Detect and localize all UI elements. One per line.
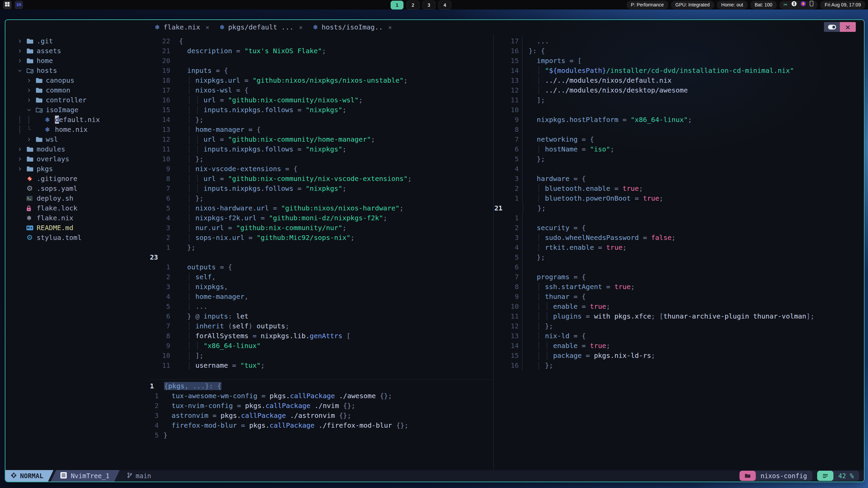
code-line[interactable]: 9 │ │ "x86_64-linux" [149,341,493,351]
code-line[interactable]: 1{pkgs, ...}: { [149,381,493,391]
code-line[interactable]: 13 │ ../../modules/nixos/default.nix [494,76,864,85]
code-line[interactable]: 7 networking = { [494,135,864,144]
tree-item-assets[interactable]: assets [5,46,149,56]
chevron-right-icon[interactable] [27,98,36,102]
code-line[interactable]: 5 │ ... [149,302,493,311]
code-line[interactable]: 23 [149,252,493,262]
tab-close-icon[interactable]: × [388,24,392,31]
chevron-right-icon[interactable] [18,147,26,151]
tree-item-common[interactable]: common [5,85,149,95]
code-line[interactable]: 7 │ │ inputs.nixpkgs.follows = "nixpkgs"… [149,184,493,194]
code-line[interactable]: 3 hardware = { [494,174,864,184]
tree-item-home[interactable]: home [5,56,149,66]
code-line[interactable]: 16}: { [494,46,864,56]
code-line[interactable]: 5 │ nixos-hardware.url = "github:nixos/n… [149,203,493,213]
code-line[interactable]: 8 │ ssh.startAgent = true; [494,282,864,292]
code-line[interactable]: 5} [149,430,493,440]
code-line[interactable]: 3 │ sudo.wheelNeedsPassword = false; [494,233,864,243]
code-line[interactable]: 2 │ sops-nix.url = "github:Mic92/sops-ni… [149,233,493,243]
code-line[interactable]: 8 [494,125,864,135]
workspace-button-4[interactable]: 4 [438,1,451,9]
code-line[interactable]: 6 │ }; [149,194,493,203]
code-line[interactable]: 10 │ ]; [149,351,493,361]
code-line[interactable]: 9 │ thunar = { [494,292,864,302]
tree-item-home-nix[interactable]: │└❄home.nix [5,125,149,135]
code-line[interactable]: 15 │ │ inputs.nixpkgs.follows = "nixpkgs… [149,105,493,115]
code-line[interactable]: 16 │ }; [494,361,864,370]
chevron-down-icon[interactable] [18,68,26,73]
tree-item-isoImage[interactable]: isoImage [5,105,149,115]
code-line[interactable]: 13 │ home-manager = { [149,125,493,135]
code-line[interactable]: 8 │ forAllSystems = nixpkgs.lib.genAttrs… [149,331,493,341]
tree-item--git[interactable]: .git [5,36,149,46]
tree-item--sops-yaml[interactable]: ⚙.sops.yaml [5,184,149,194]
code-line[interactable]: 7 programs = { [494,272,864,282]
chevron-right-icon[interactable] [18,59,26,63]
code-line[interactable]: 10 │ │ enable = true; [494,302,864,311]
tree-item--gitignore[interactable]: .gitignore [5,174,149,184]
system-tray[interactable]: ✂ [780,1,818,9]
code-line[interactable]: 6 │ hostName = "iso"; [494,144,864,154]
code-line[interactable]: 17 │ nixos-wsl = { [149,85,493,95]
tab-close-icon[interactable]: × [299,24,303,31]
tree-item-modules[interactable]: modules [5,144,149,154]
code-line[interactable]: 7 │ inherit (self) outputs; [149,321,493,331]
workspace-button-2[interactable]: 2 [407,1,419,9]
code-line[interactable]: 12 │ }; [494,321,864,331]
tree-item-README-md[interactable]: README.md [5,223,149,233]
code-line[interactable]: 5 }; [494,252,864,262]
tree-item-controller[interactable]: controller [5,95,149,105]
tree-item-deploy-sh[interactable]: deploy.sh [5,194,149,203]
tree-item-stylua-toml[interactable]: ⚙stylua.toml [5,233,149,243]
tree-item-hosts[interactable]: hosts [5,66,149,76]
code-line[interactable]: 15 │ │ package = pkgs.nix-ld-rs; [494,351,864,361]
tab-flake-nix[interactable]: ❄flake.nix× [155,23,209,31]
code-line[interactable]: 2 security = { [494,223,864,233]
tree-item-flake-nix[interactable]: ❄flake.nix [5,213,149,223]
chevron-right-icon[interactable] [18,39,26,43]
code-line[interactable]: 5 }; [494,154,864,164]
code-line[interactable]: 1 }; [149,243,493,252]
editor-pkgs-default-nix[interactable]: 1{pkgs, ...}: {1 tux-awesome-wm-config =… [149,380,493,470]
code-line[interactable]: 1 │ bluetooth.powerOnBoot = true; [494,194,864,203]
code-line[interactable]: 20 [149,56,493,66]
code-line[interactable]: 3 astronvim = pkgs.callPackage ./astronv… [149,411,493,421]
code-line[interactable]: 18 │ nixpkgs.url = "github:nixos/nixpkgs… [149,76,493,85]
code-line[interactable]: 6 [494,262,864,272]
tree-item-canopus[interactable]: canopus [5,76,149,85]
code-line[interactable]: 4 [494,164,864,174]
code-line[interactable]: 9 │ nix-vscode-extensions = { [149,164,493,174]
tree-item-default-nix[interactable]: ││❄default.nix [5,115,149,125]
code-line[interactable]: 11 │ username = "tux"; [149,361,493,370]
chevron-right-icon[interactable] [27,88,36,93]
code-line[interactable]: 11 ]; [494,95,864,105]
tree-item-flake-lock[interactable]: flake.lock [5,203,149,213]
toggle-button[interactable] [824,22,840,32]
chevron-right-icon[interactable] [18,49,26,53]
code-line[interactable]: 4 firefox-mod-blur = pkgs.callPackage ./… [149,421,493,430]
code-line[interactable]: 11 │ │ plugins = with pkgs.xfce; [thunar… [494,311,864,321]
apps-button[interactable] [3,1,12,9]
chevron-right-icon[interactable] [27,137,36,142]
code-line[interactable]: 21 description = "tux's NixOS Flake"; [149,46,493,56]
close-button[interactable]: × [840,22,856,32]
code-line[interactable]: 12 │ │ url = "github:nix-community/home-… [149,135,493,144]
code-line[interactable]: 10 [494,105,864,115]
shell-button[interactable]: $N [15,1,23,9]
code-line[interactable]: 14 │ │ enable = true; [494,341,864,351]
tab-pkgs-default-[interactable]: ❄pkgs/default ...× [219,23,302,31]
code-line[interactable]: 4 │ nixpkgs-f2k.url = "github:moni-dz/ni… [149,213,493,223]
code-line[interactable]: 6 } @ inputs: let [149,311,493,321]
code-line[interactable]: 17 ... [494,36,864,46]
code-line[interactable]: 1 outputs = { [149,262,493,272]
code-line[interactable]: 10 │ }; [149,154,493,164]
workspace-button-3[interactable]: 3 [422,1,435,9]
editor-hosts-isoimage-default-nix[interactable]: 17 ...16}: {15 imports = [14 │ "${module… [494,34,864,470]
chevron-right-icon[interactable] [18,167,26,171]
chevron-right-icon[interactable] [27,78,36,83]
code-line[interactable]: 9 nixpkgs.hostPlatform = "x86_64-linux"; [494,115,864,125]
tree-item-overlays[interactable]: overlays [5,154,149,164]
chevron-down-icon[interactable] [27,108,36,112]
code-line[interactable]: 3 │ nixpkgs, [149,282,493,292]
nvimtree-panel[interactable]: .gitassetshomehosts canopus common contr… [5,34,149,470]
